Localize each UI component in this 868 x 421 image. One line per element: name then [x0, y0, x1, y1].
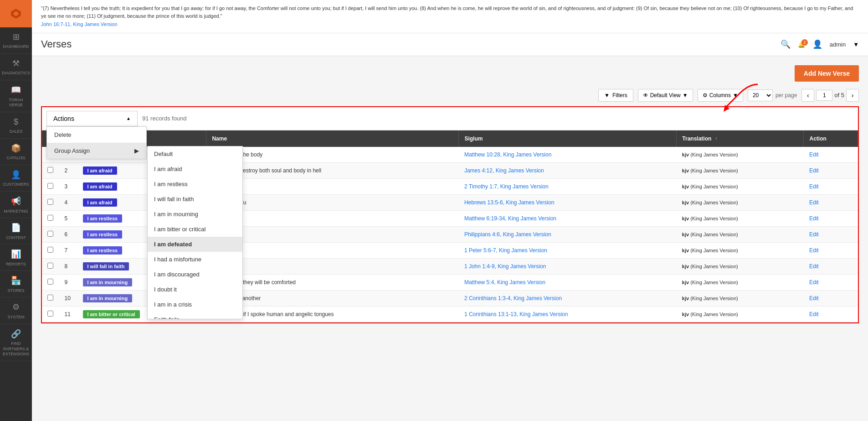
row-translation: kjv (King James Version) [677, 226, 804, 242]
edit-link[interactable]: Edit [809, 311, 819, 317]
edit-link[interactable]: Edit [809, 295, 819, 301]
siglum-link[interactable]: 1 John 1:4-9, King James Version [464, 263, 546, 270]
siglum-link[interactable]: Matthew 5:4, King James Version [464, 279, 545, 286]
row-checkbox[interactable] [47, 263, 53, 269]
page-number-input[interactable] [816, 90, 832, 101]
siglum-link[interactable]: 1 Peter 5:6-7, King James Version [464, 247, 547, 254]
sidebar-item-content[interactable]: 📄 CONTENT [0, 218, 32, 244]
row-checkbox[interactable] [47, 247, 53, 253]
translation-value: kjv (King James Version) [682, 280, 738, 285]
translation-value: kjv (King James Version) [682, 264, 738, 269]
tag-badge: I am restless [83, 214, 123, 223]
edit-link[interactable]: Edit [809, 263, 819, 270]
edit-link[interactable]: Edit [809, 183, 819, 190]
siglum-link[interactable]: 1 Corinthians 13:1-13, King James Versio… [464, 311, 568, 317]
submenu-item-bitter[interactable]: I am bitter or critical [148, 222, 242, 237]
edit-link[interactable]: Edit [809, 199, 819, 206]
submenu-item-defeated[interactable]: I am defeated [148, 237, 242, 252]
row-checkbox[interactable] [47, 295, 53, 301]
edit-link[interactable]: Edit [809, 215, 819, 222]
submenu-item-default[interactable]: Default [148, 146, 242, 161]
edit-link[interactable]: Edit [809, 231, 819, 238]
edit-link[interactable]: Edit [809, 151, 819, 158]
row-checkbox[interactable] [47, 215, 53, 221]
edit-link[interactable]: Edit [809, 279, 819, 286]
row-translation: kjv (King James Version) [677, 178, 804, 194]
row-num: 9 [59, 274, 77, 290]
records-found: 91 records found [142, 115, 187, 122]
submenu-item-faith-fails[interactable]: Faith fails [148, 312, 242, 319]
submenu-item-discouraged[interactable]: I am discouraged [148, 267, 242, 282]
siglum-link[interactable]: Hebrews 13:5-6, King James Version [464, 199, 554, 206]
stores-icon: 🏪 [11, 275, 21, 286]
submenu-item-mourning[interactable]: I am in mourning [148, 207, 242, 222]
sidebar-item-sales[interactable]: $ SALES [0, 112, 32, 139]
submenu-item-afraid[interactable]: I am afraid [148, 161, 242, 177]
actions-button[interactable]: Actions ▲ [46, 111, 138, 126]
row-checkbox[interactable] [47, 231, 53, 237]
row-action: Edit [804, 178, 858, 194]
row-translation: kjv (King James Version) [677, 290, 804, 306]
columns-select[interactable]: ⚙ Columns ▼ [698, 89, 743, 102]
submenu-item-restless[interactable]: I am restless [148, 177, 242, 192]
row-checkbox[interactable] [47, 183, 53, 189]
row-num: 7 [59, 242, 77, 258]
group-assign-action[interactable]: Group Assign ▶ [47, 143, 146, 159]
sort-icon: ↑ [715, 135, 718, 142]
filters-button[interactable]: ▼ Filters [598, 89, 633, 102]
edit-link[interactable]: Edit [809, 167, 819, 174]
row-checkbox[interactable] [47, 199, 53, 205]
prev-page-button[interactable]: ‹ [801, 89, 814, 102]
submenu-item-faith[interactable]: I will fall in faith [148, 192, 242, 207]
admin-dropdown-icon[interactable]: ▼ [853, 41, 859, 48]
actions-bar: Actions ▲ Delete Group Assign ▶ [42, 107, 858, 130]
search-icon[interactable]: 🔍 [781, 39, 791, 49]
row-siglum: Matthew 5:4, King James Version [459, 274, 677, 290]
tag-badge: I will fall in faith [83, 262, 129, 270]
add-new-verse-button[interactable]: Add New Verse [795, 65, 859, 82]
submenu-item-crisis[interactable]: I am in a crisis [148, 297, 242, 312]
siglum-link[interactable]: Matthew 10:28, King James Version [464, 151, 551, 158]
verse-reference: John 16:7-11, King James Version [41, 21, 859, 28]
row-checkbox[interactable] [47, 167, 53, 173]
notification-bell[interactable]: 🔔 2 [798, 41, 805, 48]
sidebar-item-marketing[interactable]: 📢 MARKETING [0, 192, 32, 218]
sidebar-item-torah-verse[interactable]: 📖 TORAH VERSE [0, 80, 32, 112]
filter-icon: ▼ [604, 92, 610, 99]
notification-count: 2 [801, 39, 808, 46]
delete-action[interactable]: Delete [47, 127, 146, 143]
sidebar: ⊞ DASHBOARD ⚒ DIAGNOSTICS 📖 TORAH VERSE … [0, 0, 32, 421]
sidebar-item-partners[interactable]: 🔗 FIND PARTNERS & EXTENSIONS [0, 324, 32, 361]
siglum-link[interactable]: 2 Corinthians 1:3-4, King James Version [464, 295, 562, 301]
siglum-link[interactable]: 2 Timothy 1:7, King James Version [464, 183, 549, 190]
th-translation[interactable]: Translation ↑ [677, 130, 804, 147]
row-checkbox[interactable] [47, 279, 53, 285]
sidebar-item-diagnostics[interactable]: ⚒ DIAGNOSTICS [0, 54, 32, 80]
submenu-item-misfortune[interactable]: I had a misfortune [148, 252, 242, 267]
siglum-link[interactable]: James 4:12, King James Version [464, 167, 544, 174]
row-name: comfort one another [206, 290, 459, 306]
sidebar-item-catalog[interactable]: 📦 CATALOG [0, 139, 32, 165]
row-name: V_011 Even if I spoke human and angelic … [206, 306, 459, 322]
row-checkbox[interactable] [47, 311, 53, 317]
sidebar-item-reports[interactable]: 📊 REPORTS [0, 244, 32, 271]
edit-link[interactable]: Edit [809, 247, 819, 254]
siglum-link[interactable]: Matthew 6:19-34, King James Version [464, 215, 556, 222]
sidebar-item-stores[interactable]: 🏪 STORES [0, 271, 32, 297]
next-page-button[interactable]: › [846, 89, 859, 102]
row-translation: kjv (King James Version) [677, 258, 804, 274]
per-page-select[interactable]: 20 50 100 [748, 89, 773, 101]
sidebar-item-dashboard[interactable]: ⊞ DASHBOARD [0, 27, 32, 54]
default-view-select[interactable]: 👁 Default View ▼ [638, 89, 693, 102]
sidebar-logo[interactable] [0, 0, 32, 27]
row-translation: kjv (King James Version) [677, 242, 804, 258]
siglum-link[interactable]: Philippians 4:6, King James Version [464, 231, 551, 238]
row-action: Edit [804, 306, 858, 322]
submenu-item-doubt[interactable]: I doubt it [148, 282, 242, 297]
th-action: Action [804, 130, 858, 147]
sidebar-item-customers[interactable]: 👤 CUSTOMERS [0, 165, 32, 192]
sidebar-item-label: CONTENT [6, 235, 26, 241]
row-translation: kjv (King James Version) [677, 210, 804, 226]
sidebar-item-system[interactable]: ⚙ SYSTEM [0, 297, 32, 324]
admin-name[interactable]: admin [830, 41, 846, 48]
